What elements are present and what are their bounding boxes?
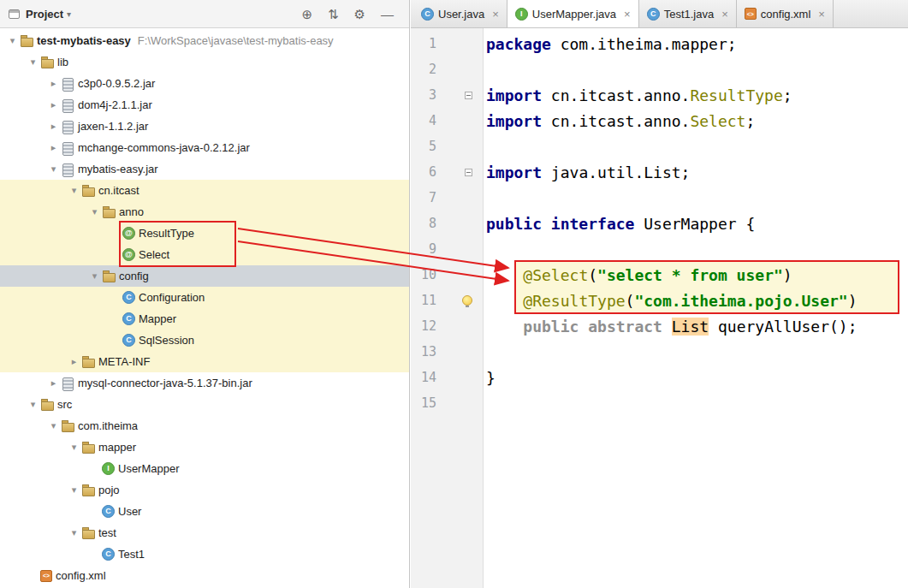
class-icon: C — [647, 8, 660, 21]
chevron-down-icon[interactable]: ▾ — [26, 56, 40, 68]
tree-item-config[interactable]: ▾config — [0, 265, 409, 287]
hide-icon[interactable]: — — [381, 8, 394, 21]
code-line-2[interactable]: 2 — [411, 56, 908, 82]
class-icon: C — [102, 548, 115, 561]
tab-config-xml[interactable]: <>config.xml× — [737, 0, 834, 27]
chevron-down-icon[interactable]: ▾ — [67, 442, 81, 453]
code-text: public abstract List queryAllUser(); — [483, 318, 858, 336]
fold-icon[interactable] — [465, 169, 472, 176]
tree-item-label: META-INF — [98, 355, 150, 368]
code-line-14[interactable]: 14} — [411, 365, 908, 390]
code-line-15[interactable]: 15 — [411, 390, 908, 416]
tree-item-config-xml[interactable]: <>config.xml — [0, 565, 409, 586]
line-number: 3 — [411, 87, 436, 103]
chevron-down-icon[interactable]: ▾ — [67, 9, 71, 19]
close-icon[interactable]: × — [818, 8, 825, 21]
bulb-icon[interactable] — [462, 295, 472, 306]
tree-item-mysql-connector-java-5-1-37-bin-jar[interactable]: ▸mysql-connector-java-5.1.37-bin.jar — [0, 372, 409, 394]
code-line-1[interactable]: 1package com.itheima.mapper; — [411, 31, 908, 56]
tree-item-c3p0-0-9-5-2-jar[interactable]: ▸c3p0-0.9.5.2.jar — [0, 73, 409, 94]
jar-icon — [61, 141, 74, 155]
tree-item-user[interactable]: CUser — [0, 501, 409, 522]
tree-item-label: User — [118, 505, 141, 518]
code-line-3[interactable]: 3import cn.itcast.anno.ResultType; — [411, 82, 908, 108]
tree-item-mybatis-easy-jar[interactable]: ▾mybatis-easy.jar — [0, 158, 409, 180]
tree-item-pojo[interactable]: ▾pojo — [0, 479, 409, 501]
tree-item-lib[interactable]: ▾lib — [0, 51, 409, 73]
chevron-right-icon[interactable]: ▸ — [46, 121, 61, 132]
tree-item-label: config — [119, 270, 149, 282]
code-line-13[interactable]: 13 — [411, 339, 908, 365]
panel-header-icons: ⊕⇅⚙— — [301, 8, 394, 21]
tree-item-anno[interactable]: ▾anno — [0, 201, 409, 223]
chevron-right-icon[interactable]: ▸ — [46, 78, 61, 89]
code-token: java.util.List; — [542, 163, 690, 181]
tree-item-jaxen-1-1-2-jar[interactable]: ▸jaxen-1.1.2.jar — [0, 116, 409, 137]
tree-item-com-itheima[interactable]: ▾com.itheima — [0, 415, 409, 437]
project-tree: ▾test-mybatis-easyF:\WorkSpace\javase\te… — [0, 28, 409, 586]
code-line-10[interactable]: 10 @Select("select * from user") — [411, 262, 908, 288]
tab-label: UserMapper.java — [532, 9, 616, 20]
locate-icon[interactable]: ⊕ — [301, 8, 312, 21]
tab-label: User.java — [438, 9, 484, 20]
tree-item-label: src — [57, 398, 72, 411]
chevron-down-icon[interactable]: ▾ — [67, 185, 81, 196]
tree-item-meta-inf[interactable]: ▸META-INF — [0, 351, 409, 372]
chevron-right-icon[interactable]: ▸ — [46, 142, 61, 153]
tree-item-resulttype[interactable]: @ResultType — [0, 223, 409, 244]
code-line-11[interactable]: 11 @ResultType("com.itheima.pojo.User") — [411, 288, 908, 313]
code-line-9[interactable]: 9 — [411, 236, 908, 262]
gutter: 10 — [411, 262, 483, 288]
tree-item-cn-itcast[interactable]: ▾cn.itcast — [0, 180, 409, 201]
tree-item-src[interactable]: ▾src — [0, 394, 409, 415]
tree-item-configuration[interactable]: CConfiguration — [0, 287, 409, 308]
tree-item-usermapper[interactable]: IUserMapper — [0, 458, 409, 479]
tree-item-test-mybatis-easy[interactable]: ▾test-mybatis-easyF:\WorkSpace\javase\te… — [0, 30, 409, 51]
tree-item-mapper[interactable]: ▾mapper — [0, 437, 409, 458]
code-token: ) — [848, 292, 858, 310]
folder-icon — [61, 419, 74, 433]
chevron-down-icon[interactable]: ▾ — [46, 420, 61, 431]
chevron-right-icon[interactable]: ▸ — [46, 377, 61, 389]
collapse-all-icon[interactable]: ⇅ — [328, 8, 339, 21]
tree-item-mchange-commons-java-0-2-12-jar[interactable]: ▸mchange-commons-java-0.2.12.jar — [0, 137, 409, 158]
chevron-down-icon[interactable]: ▾ — [26, 399, 40, 410]
gutter: 1 — [411, 31, 483, 56]
tab-test1-java[interactable]: CTest1.java× — [639, 0, 737, 27]
chevron-down-icon[interactable]: ▾ — [87, 270, 102, 282]
close-icon[interactable]: × — [492, 8, 499, 21]
code-line-4[interactable]: 4import cn.itcast.anno.Select; — [411, 108, 908, 134]
chevron-down-icon[interactable]: ▾ — [5, 35, 20, 46]
chevron-right-icon[interactable]: ▸ — [46, 99, 61, 110]
tree-item-select[interactable]: @Select — [0, 244, 409, 265]
tree-item-test[interactable]: ▾test — [0, 522, 409, 543]
settings-icon[interactable]: ⚙ — [354, 8, 365, 21]
tab-user-java[interactable]: CUser.java× — [413, 0, 507, 27]
code-line-8[interactable]: 8public interface UserMapper { — [411, 211, 908, 236]
tree-item-mapper[interactable]: CMapper — [0, 308, 409, 330]
tree-item-sqlsession[interactable]: CSqlSession — [0, 330, 409, 351]
tree-item-dom4j-2-1-1-jar[interactable]: ▸dom4j-2.1.1.jar — [0, 94, 409, 116]
chevron-right-icon[interactable]: ▸ — [67, 356, 81, 367]
tree-item-test1[interactable]: CTest1 — [0, 543, 409, 565]
code-token: queryAllUser(); — [709, 318, 857, 336]
chevron-down-icon[interactable]: ▾ — [87, 206, 102, 217]
code-editor[interactable]: 1package com.itheima.mapper;23import cn.… — [411, 28, 908, 588]
close-icon[interactable]: × — [721, 8, 728, 21]
tree-item-label: config.xml — [56, 569, 106, 582]
tree-item-label: SqlSession — [139, 334, 194, 347]
tree-item-label: lib — [57, 56, 68, 68]
fold-icon[interactable] — [465, 92, 472, 99]
chevron-down-icon[interactable]: ▾ — [67, 527, 81, 538]
code-line-12[interactable]: 12 public abstract List queryAllUser(); — [411, 313, 908, 339]
chevron-down-icon[interactable]: ▾ — [67, 484, 81, 496]
line-number: 14 — [411, 370, 436, 385]
close-icon[interactable]: × — [624, 8, 631, 21]
code-line-6[interactable]: 6import java.util.List; — [411, 159, 908, 185]
chevron-down-icon[interactable]: ▾ — [46, 163, 61, 175]
code-line-5[interactable]: 5 — [411, 134, 908, 159]
code-token: List — [672, 318, 709, 336]
code-line-7[interactable]: 7 — [411, 185, 908, 211]
tab-usermapper-java[interactable]: IUserMapper.java× — [507, 0, 639, 27]
tree-item-label: UserMapper — [118, 462, 180, 475]
